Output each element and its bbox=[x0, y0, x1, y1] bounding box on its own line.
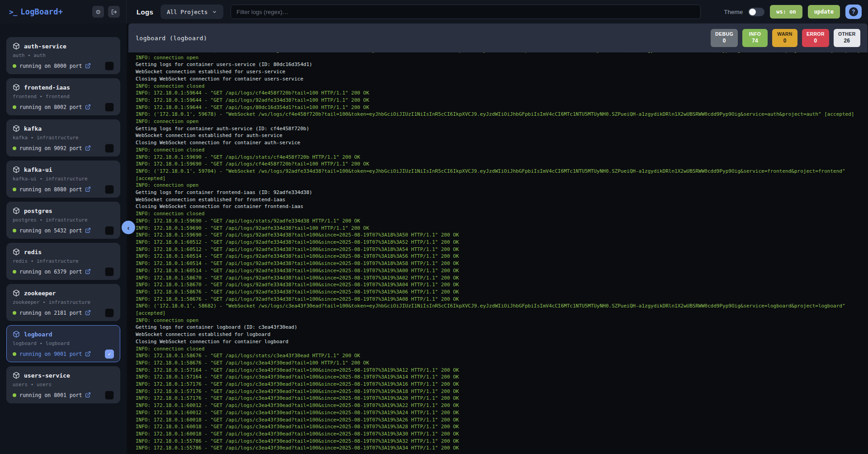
log-line: Getting logs for container frontend-iaas… bbox=[136, 189, 860, 196]
theme-toggle[interactable] bbox=[748, 8, 764, 16]
log-line: INFO: 172.18.0.1:58670 - "GET /api/logs/… bbox=[136, 274, 860, 282]
status-dot bbox=[13, 352, 16, 356]
log-line: WebSocket connection established for fro… bbox=[136, 196, 860, 203]
log-filter-input[interactable] bbox=[231, 5, 701, 19]
external-link-icon[interactable] bbox=[85, 269, 91, 275]
log-line: INFO: ('172.18.0.1', 59678) - "WebSocket… bbox=[136, 111, 860, 118]
service-card-auth-service[interactable]: auth-service auth • auth running on 8000… bbox=[6, 37, 120, 74]
project-selector-dropdown[interactable]: All Projects bbox=[160, 5, 223, 19]
status-dot bbox=[13, 270, 16, 274]
external-link-icon[interactable] bbox=[85, 310, 91, 316]
service-card-redis[interactable]: redis redis • infrastructure running on … bbox=[6, 243, 120, 280]
badge-label: ERROR bbox=[807, 31, 825, 38]
settings-button[interactable]: ⚙ bbox=[92, 6, 104, 18]
log-line: INFO: 172.18.0.1:58676 - "GET /api/logs/… bbox=[136, 352, 860, 359]
log-line: INFO: connection open bbox=[136, 54, 860, 61]
app-title: LogBoard+ bbox=[20, 7, 63, 16]
service-card-logboard[interactable]: logboard logboard • logboard running on … bbox=[6, 325, 120, 362]
log-line: INFO: ('172.18.0.1', 58682) - "WebSocket… bbox=[136, 303, 860, 310]
service-card-users-service[interactable]: users-service users • users running on 8… bbox=[6, 366, 120, 403]
log-line: INFO: 172.18.0.1:59690 - "GET /api/logs/… bbox=[136, 154, 860, 161]
log-line: INFO: connection open bbox=[136, 182, 860, 189]
log-line: INFO: 172.18.0.1:57176 - "GET /api/logs/… bbox=[136, 395, 860, 402]
external-link-icon[interactable] bbox=[85, 145, 91, 151]
package-icon bbox=[13, 84, 20, 91]
service-checkbox[interactable] bbox=[105, 103, 114, 112]
service-status: running on 8002 port bbox=[19, 104, 82, 110]
log-line: INFO: 172.18.0.1:57176 - "GET /api/logs/… bbox=[136, 388, 860, 395]
log-line: INFO: 172.18.0.1:60018 - "GET /api/logs/… bbox=[136, 423, 860, 430]
external-link-icon[interactable] bbox=[85, 351, 91, 357]
service-status: running on 8000 port bbox=[19, 63, 82, 69]
service-checkbox[interactable] bbox=[105, 267, 114, 276]
log-line: INFO: 172.18.0.1:55786 - "GET /api/logs/… bbox=[136, 445, 860, 452]
log-line: INFO: 172.18.0.1:55786 - "GET /api/logs/… bbox=[136, 438, 860, 445]
service-checkbox[interactable] bbox=[105, 308, 114, 317]
service-checkbox[interactable] bbox=[105, 61, 114, 71]
log-line: Closing WebSocket connection for contain… bbox=[136, 76, 860, 83]
badge-label: WARN bbox=[777, 31, 793, 38]
update-button[interactable]: update bbox=[808, 5, 840, 19]
service-card-kafka-ui[interactable]: kafka-ui kafka-ui • infrastructure runni… bbox=[6, 161, 120, 198]
chevron-down-icon bbox=[212, 9, 217, 14]
status-dot bbox=[13, 311, 16, 315]
log-line: INFO: connection open bbox=[136, 317, 860, 324]
service-status: running on 2181 port bbox=[19, 310, 82, 316]
service-subtitle: logboard • logboard bbox=[13, 340, 114, 346]
service-subtitle: kafka-ui • infrastructure bbox=[13, 176, 114, 182]
service-checkbox[interactable] bbox=[105, 144, 114, 153]
log-line: INFO: 172.18.0.1:59690 - "GET /api/logs/… bbox=[136, 225, 860, 232]
service-name: zookeeper bbox=[24, 290, 56, 297]
log-line: WebSocket connection established for log… bbox=[136, 331, 860, 338]
log-line: INFO: connection closed bbox=[136, 345, 860, 353]
badge-info: INFO74 bbox=[742, 29, 768, 47]
badge-count: 0 bbox=[715, 38, 733, 44]
service-card-zookeeper[interactable]: zookeeper zookeeper • infrastructure run… bbox=[6, 284, 120, 321]
log-line: Closing WebSocket connection for contain… bbox=[136, 338, 860, 345]
log-line: Closing WebSocket connection for contain… bbox=[136, 139, 860, 147]
service-subtitle: postgres • infrastructure bbox=[13, 217, 114, 223]
log-panel-header: logboard (logboard) DEBUG0INFO74WARN0ERR… bbox=[128, 24, 868, 52]
help-button[interactable]: ? bbox=[845, 5, 862, 19]
badge-label: OTHER bbox=[838, 31, 856, 38]
sidebar-collapse-button[interactable]: ‹ bbox=[122, 221, 135, 234]
badge-count: 26 bbox=[838, 38, 856, 44]
service-checkbox[interactable]: ✓ bbox=[105, 350, 114, 359]
log-line: INFO: 172.18.0.1:58676 - "GET /api/logs/… bbox=[136, 359, 860, 367]
theme-toggle-knob bbox=[749, 9, 756, 15]
service-status: running on 9001 port bbox=[19, 351, 82, 357]
log-line: INFO: 172.18.0.1:59644 - "GET /api/logs/… bbox=[136, 97, 860, 104]
log-line: INFO: 172.18.0.1:59690 - "GET /api/logs/… bbox=[136, 161, 860, 168]
external-link-icon[interactable] bbox=[85, 186, 91, 193]
package-icon bbox=[13, 43, 20, 50]
log-panel-title: logboard (logboard) bbox=[136, 35, 207, 42]
log-line: INFO: 172.18.0.1:57164 - "GET /api/logs/… bbox=[136, 374, 860, 381]
service-card-kafka[interactable]: kafka kafka • infrastructure running on … bbox=[6, 119, 120, 156]
service-card-postgres[interactable]: postgres postgres • infrastructure runni… bbox=[6, 202, 120, 239]
service-name: kafka bbox=[24, 125, 42, 132]
websocket-status-badge[interactable]: ws: on bbox=[770, 5, 802, 19]
terminal-prompt-icon: >_ bbox=[9, 8, 17, 16]
external-link-icon[interactable] bbox=[85, 104, 91, 110]
external-link-icon[interactable] bbox=[85, 392, 91, 398]
log-line: INFO: 172.18.0.1:60018 - "GET /api/logs/… bbox=[136, 430, 860, 438]
logout-button[interactable] bbox=[108, 6, 120, 18]
log-line: INFO: ('172.18.0.1', 59704) - "WebSocket… bbox=[136, 168, 860, 175]
service-checkbox[interactable] bbox=[105, 391, 114, 400]
service-subtitle: zookeeper • infrastructure bbox=[13, 299, 114, 305]
log-output[interactable]: INFO: ('172.18.0.1', 59642) - "WebSocket… bbox=[128, 52, 868, 454]
badge-other: OTHER26 bbox=[834, 29, 860, 47]
status-dot bbox=[13, 229, 16, 232]
service-subtitle: redis • infrastructure bbox=[13, 258, 114, 264]
log-line: Getting logs for container auth-service … bbox=[136, 125, 860, 132]
service-checkbox[interactable] bbox=[105, 185, 114, 194]
badge-label: INFO bbox=[747, 31, 763, 38]
log-line: INFO: 172.18.0.1:58676 - "GET /api/logs/… bbox=[136, 288, 860, 296]
service-checkbox[interactable] bbox=[105, 226, 114, 235]
external-link-icon[interactable] bbox=[85, 63, 91, 69]
service-name: frontend-iaas bbox=[24, 84, 70, 91]
service-status: running on 8080 port bbox=[19, 186, 82, 193]
log-line: INFO: 172.18.0.1:58676 - "GET /api/logs/… bbox=[136, 296, 860, 303]
external-link-icon[interactable] bbox=[85, 227, 91, 234]
service-card-frontend-iaas[interactable]: frontend-iaas frontend • frontend runnin… bbox=[6, 78, 120, 115]
